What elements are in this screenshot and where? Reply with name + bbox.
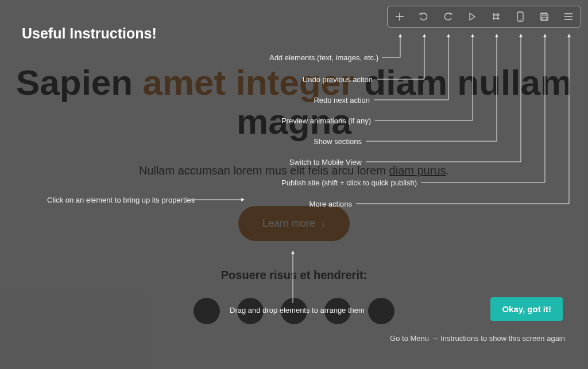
redo-icon <box>443 11 453 22</box>
preview-button[interactable] <box>460 6 484 27</box>
sections-button[interactable] <box>484 6 508 27</box>
add-button[interactable] <box>388 6 412 27</box>
footer-instructions-note: Go to Menu → Instructions to show this s… <box>390 334 565 343</box>
svg-point-1 <box>520 20 521 21</box>
menu-icon <box>564 13 573 21</box>
undo-icon <box>419 11 429 22</box>
ok-got-it-button[interactable]: Okay, got it! <box>490 297 563 321</box>
plus-icon <box>395 12 404 21</box>
mobile-icon <box>517 11 524 22</box>
play-icon <box>468 13 476 21</box>
undo-button[interactable] <box>412 6 436 27</box>
save-icon <box>540 12 549 21</box>
hash-icon <box>492 12 501 21</box>
editor-toolbar <box>387 6 581 28</box>
mobile-view-button[interactable] <box>508 6 532 27</box>
redo-button[interactable] <box>436 6 460 27</box>
publish-button[interactable] <box>532 6 556 27</box>
tutorial-title: Useful Instructions! <box>22 25 157 42</box>
menu-button[interactable] <box>556 6 581 27</box>
svg-rect-3 <box>542 17 547 20</box>
